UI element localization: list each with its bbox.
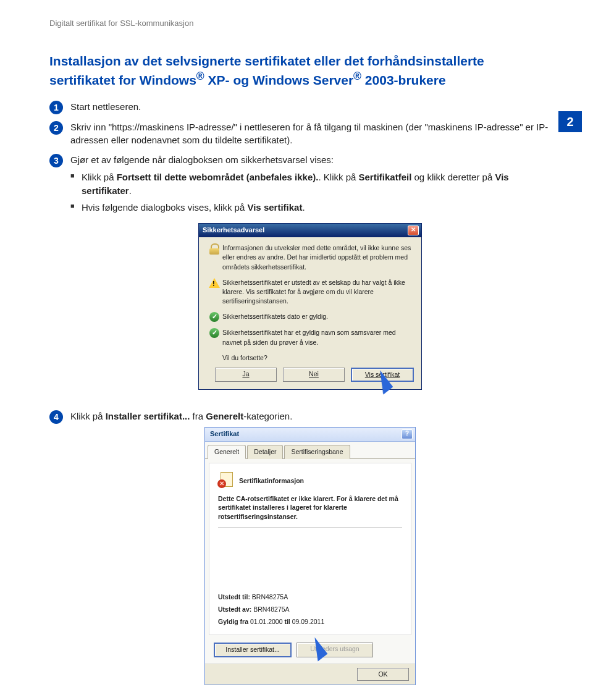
step-badge-4: 4	[49, 410, 63, 424]
title-line1: Installasjon av det selvsignerte sertifi…	[49, 54, 484, 68]
bullet-1: Klikk på Fortsett til dette webområdet (…	[70, 171, 550, 198]
chapter-number-badge: 2	[558, 111, 582, 132]
security-warning-dialog: Sikkerhetsadvarsel ✕ Informasjonen du ut…	[198, 223, 422, 390]
warning-icon	[209, 278, 220, 288]
step-3-text: Gjør et av følgende når dialogboksen om …	[70, 153, 550, 167]
step-4-text: Klikk på Installer sertifikat... fra Gen…	[70, 410, 550, 423]
install-certificate-button[interactable]: Installer sertifikat...	[214, 643, 292, 657]
s4c: fra	[190, 411, 206, 421]
divider	[218, 527, 402, 528]
step-1-text: Start nettleseren.	[70, 100, 550, 114]
s4b: Installer sertifikat...	[106, 411, 190, 421]
tab-general[interactable]: Generelt	[208, 445, 246, 459]
step-badge-3: 3	[49, 154, 63, 167]
s4a: Klikk på	[70, 411, 106, 421]
step-2-text: Skriv inn "https://maskinens IP-adresse/…	[70, 120, 550, 148]
valid-to: 09.09.2011	[292, 618, 325, 625]
issued-to-value: BRN48275A	[252, 593, 288, 601]
dialog1-ok1: Sikkerhetssertifikatets dato er gyldig.	[222, 312, 414, 321]
help-icon[interactable]: ?	[402, 429, 413, 439]
valid-label: Gyldig fra	[218, 618, 248, 625]
s4d: Generelt	[206, 411, 243, 421]
tab-certpath[interactable]: Sertifiseringsbane	[284, 445, 350, 459]
no-button[interactable]: Nei	[283, 368, 345, 382]
page-header: Digitalt sertifikat for SSL-kommunikasjo…	[49, 19, 550, 28]
yes-label: Ja	[242, 370, 249, 377]
dialog1-intro: Informasjonen du utveksler med dette omr…	[222, 243, 414, 272]
b1b: Fortsett til dette webområdet (anbefales…	[117, 172, 319, 182]
checkmark-icon-2: ✓	[209, 328, 219, 338]
bullet-2: Hvis følgende dialogboks vises, klikk på…	[70, 201, 550, 214]
valid-row: Gyldig fra 01.01.2000 til 09.09.2011	[218, 617, 402, 626]
tab-details[interactable]: Detaljer	[247, 445, 283, 459]
title-line2c: 2003-brukere	[361, 73, 446, 87]
title-line2b: XP- og Windows Server	[204, 73, 353, 87]
certificate-dialog: Sertifikat ? Generelt Detaljer Sertifise…	[204, 427, 416, 685]
issued-to-row: Utstedt til: BRN48275A	[218, 592, 402, 602]
ok-button[interactable]: OK	[357, 668, 409, 681]
dialog1-ok2: Sikkerhetssertifikatet har et gyldig nav…	[222, 328, 414, 347]
close-icon[interactable]: ✕	[408, 226, 419, 235]
dialog1-question: Vil du fortsette?	[206, 353, 414, 363]
dialog1-warn: Sikkerhetssertifikatet er utstedt av et …	[222, 278, 414, 306]
certificate-error-icon	[218, 472, 234, 489]
b2b: Vis sertifikat	[247, 202, 302, 213]
issued-to-label: Utstedt til:	[218, 593, 250, 601]
step-badge-2: 2	[49, 121, 63, 135]
issued-by-label: Utstedt av:	[218, 605, 251, 613]
b1a: Klikk på	[82, 172, 117, 182]
checkmark-icon: ✓	[209, 312, 219, 322]
b1c: . Klikk på	[318, 172, 358, 182]
cert-warning-text: Dette CA-rotsertifikatet er ikke klarert…	[218, 494, 402, 521]
dialog1-title: Sikkerhetsadvarsel	[203, 226, 264, 235]
b1d: Sertifikatfeil	[358, 172, 411, 182]
valid-mid: til	[284, 618, 290, 625]
b1e: og klikk deretter på	[411, 172, 495, 182]
step-badge-1: 1	[49, 101, 63, 114]
reg-mark2: ®	[353, 70, 361, 82]
yes-button[interactable]: Ja	[215, 368, 277, 382]
issued-by-value: BRN48275A	[253, 605, 289, 613]
cert-info-heading: Sertifikatinformasjon	[239, 476, 304, 486]
b2a: Hvis følgende dialogboks vises, klikk på	[82, 202, 247, 213]
dialog2-title: Sertifikat	[210, 429, 239, 439]
title-line2a: sertifikatet for Windows	[49, 73, 196, 87]
s4e: -kategorien.	[243, 411, 292, 421]
b1g: .	[129, 185, 132, 196]
b2c: .	[302, 202, 305, 213]
section-title: Installasjon av det selvsignerte sertifi…	[49, 53, 550, 89]
reg-mark: ®	[196, 70, 204, 82]
no-label: Nei	[309, 370, 319, 377]
valid-from: 01.01.2000	[250, 618, 283, 625]
issued-by-row: Utstedt av: BRN48275A	[218, 605, 402, 614]
lock-icon	[209, 243, 220, 255]
